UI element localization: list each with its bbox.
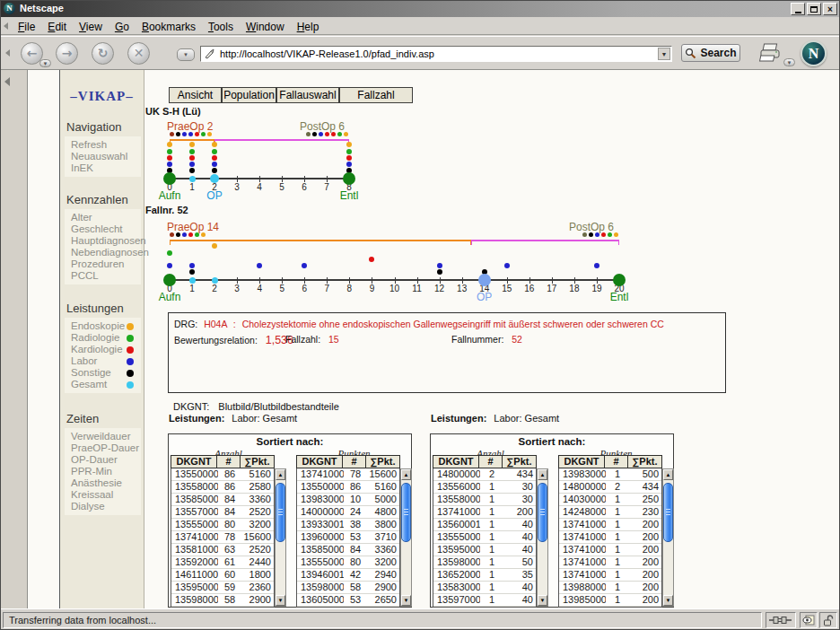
table-scrollbar[interactable]: ▲▼: [537, 468, 548, 607]
sidebar-item-verweildauer[interactable]: Verweildauer: [65, 431, 141, 442]
cell-dkgnt: 13550000: [171, 468, 218, 480]
reload-button[interactable]: ↻: [92, 42, 114, 65]
url-input[interactable]: [218, 48, 658, 59]
table-scrollbar[interactable]: ▲▼: [275, 468, 286, 607]
sidebar-item-gesamt[interactable]: Gesamt: [65, 379, 141, 390]
restore-button[interactable]: [807, 3, 821, 15]
sidebar-splitter[interactable]: [1, 70, 28, 608]
axis-tick: [282, 176, 283, 182]
cell-points: 2520: [241, 544, 274, 556]
url-field-dropdown-icon[interactable]: ▼: [658, 48, 670, 60]
sidebar-item-kreissaal[interactable]: Kreissaal: [65, 489, 141, 501]
print-icon[interactable]: [757, 42, 784, 64]
scroll-up-icon[interactable]: ▲: [401, 469, 411, 480]
title-bar[interactable]: N Netscape ×: [1, 1, 839, 17]
sidebar-item-endoskopie[interactable]: Endoskopie: [65, 320, 141, 332]
cell-points: 40: [503, 594, 536, 606]
sidebar-item-prozeduren[interactable]: Prozeduren: [65, 258, 141, 270]
forward-button[interactable]: →: [56, 42, 78, 65]
column-header-points[interactable]: ∑Pkt.: [366, 455, 400, 468]
scroll-down-icon[interactable]: ▼: [538, 595, 547, 606]
scroll-up-icon[interactable]: ▲: [276, 469, 285, 480]
sidebar-item-labor[interactable]: Labor: [65, 355, 141, 367]
column-header-dkgnt[interactable]: DKGNT: [171, 455, 217, 468]
security-lock-open-icon[interactable]: [819, 612, 837, 628]
tab-fallauswahl[interactable]: Fallauswahl: [276, 87, 339, 103]
sidebar-item-anästhesie[interactable]: Anästhesie: [65, 477, 141, 489]
column-header-points[interactable]: ∑Pkt.: [628, 455, 662, 468]
sidebar-item-nebendiagnosen[interactable]: Nebendiagnosen: [65, 247, 141, 258]
sidebar-item-inek[interactable]: InEK: [65, 162, 141, 174]
table-scrollbar[interactable]: ▲▼: [400, 468, 412, 607]
table-header-row: DKGNT#∑Pkt.: [296, 455, 400, 468]
search-button[interactable]: Search: [681, 44, 740, 62]
menu-go[interactable]: Go: [109, 19, 136, 35]
sidebar-item-radiologie[interactable]: Radiologie: [65, 332, 141, 344]
menu-bookmarks[interactable]: Bookmarks: [136, 19, 202, 35]
column-header-points[interactable]: ∑Pkt.: [241, 455, 275, 468]
sidebar-item-refresh[interactable]: Refresh: [65, 139, 141, 151]
sidebar-item-alter[interactable]: Alter: [65, 212, 141, 223]
menu-tools[interactable]: Tools: [202, 19, 240, 35]
stop-button[interactable]: ✕: [127, 42, 150, 65]
table-row: 13585000843360: [171, 494, 274, 506]
table-scrollbar[interactable]: ▲▼: [662, 468, 674, 607]
bookmark-quill-icon[interactable]: [204, 48, 216, 60]
menu-file[interactable]: File: [12, 19, 41, 35]
tab-ansicht[interactable]: Ansicht: [169, 87, 222, 103]
sidebar-item-dialyse[interactable]: Dialyse: [65, 501, 141, 512]
sidebar-item-kardiologie[interactable]: Kardiologie: [65, 344, 141, 355]
column-header-count[interactable]: #: [343, 455, 366, 468]
close-button[interactable]: ×: [823, 3, 837, 15]
cell-count: 10: [344, 494, 367, 505]
table-row: 13558000130: [433, 494, 536, 506]
column-header-count[interactable]: #: [605, 455, 628, 468]
sidebar-item-geschlecht[interactable]: Geschlecht: [65, 223, 141, 235]
menu-window[interactable]: Window: [240, 19, 291, 35]
sidebar-item-pccl[interactable]: PCCL: [65, 270, 141, 282]
scrollbar-thumb[interactable]: [538, 483, 547, 542]
back-history-dropdown[interactable]: ▼: [39, 59, 51, 67]
scrollbar-thumb[interactable]: [663, 483, 673, 542]
sidebar-item-hauptdiagnosen[interactable]: Hauptdiagnosen: [65, 235, 141, 247]
sidebar-item-neuauswahl[interactable]: Neuauswahl: [65, 151, 141, 162]
table-row: 13960000533710: [297, 531, 399, 544]
axis-tick-label: 4: [249, 284, 269, 293]
menu-edit[interactable]: Edit: [41, 19, 73, 35]
tab-fallzahl[interactable]: Fallzahl: [339, 87, 413, 103]
scrollbar-thumb[interactable]: [276, 483, 285, 542]
netscape-logo-icon[interactable]: N: [801, 40, 827, 66]
menubar-grabber-icon[interactable]: [4, 22, 8, 30]
print-dropdown-icon[interactable]: ▼: [783, 58, 795, 66]
sidebar-section-items: EndoskopieRadiologieKardiologieLaborSons…: [65, 318, 141, 393]
splitter-grabber-icon[interactable]: [4, 77, 10, 86]
scroll-up-icon[interactable]: ▲: [538, 469, 547, 480]
axis-tick-label: 10: [385, 284, 405, 293]
sidebar-item-ppr-min[interactable]: PPR-Min: [65, 466, 141, 477]
sidebar-item-praeop-dauer[interactable]: PraeOP-Dauer: [65, 442, 141, 454]
table-row: 137410007815600: [297, 468, 399, 481]
sidebar-item-op-dauer[interactable]: OP-Dauer: [65, 454, 141, 466]
kardiologie-event-dot: [369, 257, 374, 262]
menu-view[interactable]: View: [73, 19, 109, 35]
postop-legend-dot: [582, 232, 587, 237]
scrollbar-thumb[interactable]: [401, 483, 411, 542]
privacy-eye-icon[interactable]: [800, 612, 818, 628]
column-header-points[interactable]: ∑Pkt.: [503, 455, 537, 468]
column-header-count[interactable]: #: [479, 455, 503, 468]
column-header-count[interactable]: #: [217, 455, 241, 468]
url-dropdown-button[interactable]: ▼: [177, 48, 195, 61]
scroll-down-icon[interactable]: ▼: [276, 595, 285, 606]
minimize-button[interactable]: [791, 3, 805, 15]
scroll-up-icon[interactable]: ▲: [663, 469, 673, 480]
column-header-dkgnt[interactable]: DKGNT: [558, 455, 605, 468]
column-header-dkgnt[interactable]: DKGNT: [433, 455, 479, 468]
toolbar-grabber-icon[interactable]: [5, 49, 10, 57]
column-header-dkgnt[interactable]: DKGNT: [296, 455, 343, 468]
scroll-down-icon[interactable]: ▼: [401, 595, 411, 606]
sidebar-item-sonstige[interactable]: Sonstige: [65, 367, 141, 379]
cell-count: 60: [218, 569, 241, 581]
menu-help[interactable]: Help: [291, 19, 326, 35]
tab-population[interactable]: Population: [222, 87, 276, 103]
scroll-down-icon[interactable]: ▼: [663, 595, 673, 606]
